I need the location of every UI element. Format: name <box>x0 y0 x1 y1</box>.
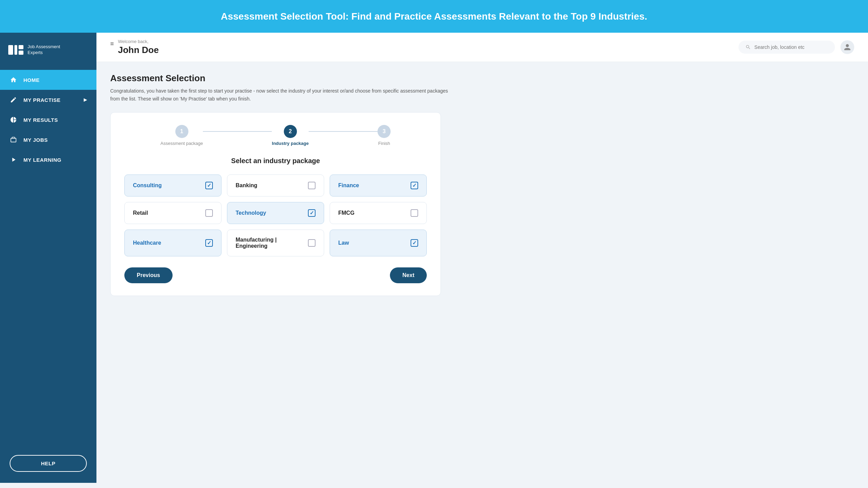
welcome-block: Welcome back, John Doe <box>118 39 159 55</box>
my-jobs-label: MY JOBS <box>23 137 48 143</box>
industry-item-healthcare[interactable]: Healthcare ✓ <box>124 230 221 256</box>
sidebar-item-my-learning[interactable]: MY LEARNING <box>0 150 96 170</box>
step-3-circle: 3 <box>378 125 391 138</box>
page-description: Congratulations, you have taken the firs… <box>110 87 455 103</box>
home-label: HOME <box>23 77 40 83</box>
industry-item-finance[interactable]: Finance ✓ <box>330 174 427 197</box>
sidebar-item-my-practise[interactable]: MY PRACTISE ▶ <box>0 90 96 110</box>
step-line-2 <box>309 131 378 132</box>
consulting-checkbox: ✓ <box>205 182 213 189</box>
sidebar: Job AssessmentExperts HOME MY PRACTISE ▶ <box>0 33 96 483</box>
stepper: 1 Assessment package 2 Industry package … <box>124 125 427 146</box>
finance-name: Finance <box>338 182 359 189</box>
user-avatar-icon <box>844 43 851 51</box>
retail-name: Retail <box>133 210 148 216</box>
sidebar-logo: Job AssessmentExperts <box>0 33 96 67</box>
healthcare-name: Healthcare <box>133 240 161 246</box>
step-1-circle: 1 <box>175 125 188 138</box>
sidebar-item-home[interactable]: HOME <box>0 70 96 90</box>
page-title: Assessment Selection <box>110 73 854 84</box>
consulting-name: Consulting <box>133 182 162 189</box>
my-results-label: MY RESULTS <box>23 117 58 123</box>
step-3: 3 Finish <box>378 125 391 146</box>
user-name: John Doe <box>118 45 159 55</box>
banking-name: Banking <box>236 182 257 189</box>
my-learning-label: MY LEARNING <box>23 157 61 163</box>
search-icon <box>745 44 751 50</box>
svg-rect-1 <box>14 45 17 55</box>
logo-text: Job AssessmentExperts <box>28 44 60 56</box>
welcome-text: Welcome back, <box>118 39 159 44</box>
briefcase-icon <box>10 136 17 144</box>
industry-item-technology[interactable]: Technology ✓ <box>227 202 324 224</box>
technology-name: Technology <box>236 210 266 216</box>
industry-item-manufacturing[interactable]: Manufacturing | Engineering <box>227 230 324 256</box>
header-right <box>738 40 854 54</box>
svg-rect-0 <box>8 45 13 55</box>
svg-rect-3 <box>19 51 23 55</box>
fmcg-checkbox <box>411 209 418 217</box>
selector-title: Select an industry package <box>124 157 427 165</box>
header-left: ≡ Welcome back, John Doe <box>110 39 159 55</box>
law-checkbox: ✓ <box>411 239 418 247</box>
play-icon <box>10 156 17 163</box>
technology-checkbox: ✓ <box>308 209 316 217</box>
step-1-label: Assessment package <box>161 141 203 146</box>
home-icon <box>10 76 17 84</box>
step-2-label: Industry package <box>272 141 309 146</box>
law-name: Law <box>338 240 349 246</box>
help-button[interactable]: HELP <box>10 455 87 472</box>
header: ≡ Welcome back, John Doe <box>96 33 868 62</box>
manufacturing-checkbox <box>308 239 316 247</box>
top-banner: Assessment Selection Tool: Find and Prac… <box>0 0 868 33</box>
industry-grid: Consulting ✓ Banking Finance ✓ Retail <box>124 174 427 256</box>
sidebar-item-my-jobs[interactable]: MY JOBS <box>0 130 96 150</box>
step-line-1 <box>203 131 272 132</box>
step-2-circle: 2 <box>284 125 297 138</box>
finance-checkbox: ✓ <box>411 182 418 189</box>
button-row: Previous Next <box>124 267 427 283</box>
industry-item-fmcg[interactable]: FMCG <box>330 202 427 224</box>
retail-checkbox <box>205 209 213 217</box>
stepper-card: 1 Assessment package 2 Industry package … <box>110 112 441 296</box>
logo-icon <box>8 42 23 57</box>
main-content: ≡ Welcome back, John Doe Assessment Sele… <box>96 33 868 483</box>
svg-rect-2 <box>19 45 23 49</box>
banking-checkbox <box>308 182 316 189</box>
sidebar-navigation: HOME MY PRACTISE ▶ MY RESULTS MY JOBS <box>0 67 96 447</box>
step-3-label: Finish <box>378 141 390 146</box>
step-1: 1 Assessment package <box>161 125 203 146</box>
industry-item-retail[interactable]: Retail <box>124 202 221 224</box>
my-practise-label: MY PRACTISE <box>23 97 61 103</box>
previous-button[interactable]: Previous <box>124 267 173 283</box>
industry-item-banking[interactable]: Banking <box>227 174 324 197</box>
fmcg-name: FMCG <box>338 210 354 216</box>
industry-item-law[interactable]: Law ✓ <box>330 230 427 256</box>
step-2: 2 Industry package <box>272 125 309 146</box>
next-button[interactable]: Next <box>390 267 427 283</box>
hamburger-menu-icon[interactable]: ≡ <box>110 40 114 47</box>
healthcare-checkbox: ✓ <box>205 239 213 247</box>
sidebar-item-my-results[interactable]: MY RESULTS <box>0 110 96 130</box>
user-avatar[interactable] <box>840 40 854 54</box>
banner-text: Assessment Selection Tool: Find and Prac… <box>221 11 647 22</box>
chart-icon <box>10 116 17 124</box>
search-box[interactable] <box>738 41 835 54</box>
industry-item-consulting[interactable]: Consulting ✓ <box>124 174 221 197</box>
manufacturing-name: Manufacturing | Engineering <box>236 237 308 249</box>
search-input[interactable] <box>754 44 828 50</box>
edit-icon <box>10 96 17 104</box>
chevron-right-icon: ▶ <box>84 97 87 102</box>
page-area: Assessment Selection Congratulations, yo… <box>96 62 868 483</box>
